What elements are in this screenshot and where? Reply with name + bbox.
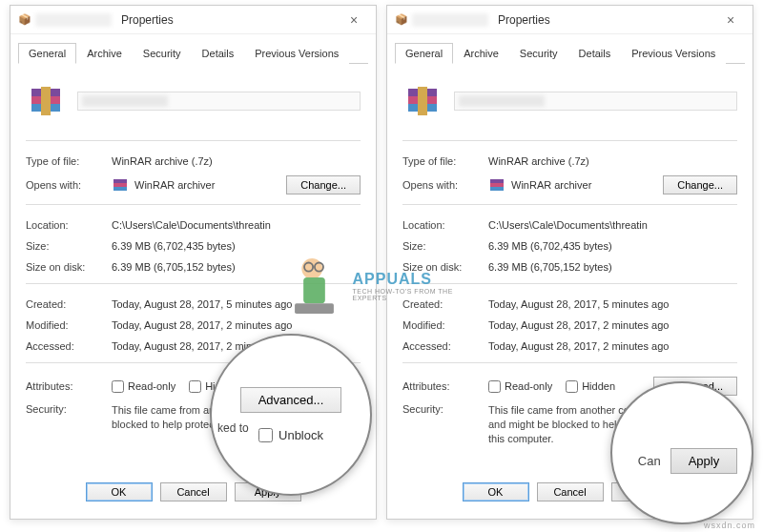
zoom-unblock-checkbox[interactable]: Unblock	[258, 428, 323, 442]
winrar-app-icon	[112, 176, 129, 194]
security-label: Security:	[26, 403, 112, 415]
tab-previous-versions[interactable]: Previous Versions	[621, 43, 726, 64]
size-disk-label: Size on disk:	[402, 261, 488, 273]
svg-rect-6	[113, 187, 127, 191]
svg-rect-12	[490, 183, 504, 187]
location-label: Location:	[402, 219, 488, 231]
opens-label: Opens with:	[402, 179, 488, 191]
tab-security[interactable]: Security	[133, 43, 192, 64]
ok-button[interactable]: OK	[86, 482, 153, 501]
location-value: C:\Users\Cale\Documents\threatin	[112, 219, 361, 231]
modified-value: Today, August 28, 2017, 2 minutes ago	[112, 319, 361, 331]
window-title: Properties	[498, 13, 550, 27]
winrar-small-icon: 📦	[18, 13, 31, 26]
zoom-cancel-partial: Can	[638, 454, 661, 468]
change-button[interactable]: Change...	[663, 175, 737, 194]
accessed-value: Today, August 28, 2017, 2 minutes ago	[488, 340, 737, 352]
readonly-label: Read-only	[128, 380, 175, 392]
tab-general[interactable]: General	[18, 43, 76, 64]
created-value: Today, August 28, 2017, 5 minutes ago	[488, 298, 737, 310]
created-label: Created:	[26, 298, 112, 310]
tab-archive[interactable]: Archive	[453, 43, 509, 64]
tabs-bar: General Archive Security Details Previou…	[18, 42, 368, 64]
tab-details[interactable]: Details	[568, 43, 622, 64]
size-label: Size:	[26, 240, 112, 252]
magnifier-apply: Can Apply	[610, 381, 753, 524]
size-disk-value: 6.39 MB (6,705,152 bytes)	[112, 261, 361, 273]
cancel-button[interactable]: Cancel	[160, 482, 227, 501]
svg-rect-10	[418, 87, 427, 115]
attributes-label: Attributes:	[26, 380, 112, 392]
titlebar: 📦 Properties ×	[387, 6, 753, 34]
tab-details[interactable]: Details	[192, 43, 245, 64]
tabs-bar: General Archive Security Details Previou…	[395, 42, 745, 64]
change-button[interactable]: Change...	[286, 175, 361, 194]
svg-rect-11	[490, 179, 504, 183]
readonly-label: Read-only	[505, 380, 552, 392]
accessed-label: Accessed:	[26, 340, 112, 352]
type-value: WinRAR archive (.7z)	[112, 155, 361, 167]
close-icon[interactable]: ×	[716, 12, 745, 28]
hidden-checkbox[interactable]: Hidden	[566, 380, 615, 393]
readonly-checkbox[interactable]: Read-only	[488, 380, 552, 393]
cancel-button[interactable]: Cancel	[537, 482, 604, 501]
security-label: Security:	[402, 403, 488, 415]
filename-field[interactable]	[454, 92, 737, 111]
zoom-partial-text: ked to	[217, 421, 249, 435]
winrar-app-icon	[488, 176, 505, 194]
hidden-label: Hidden	[582, 380, 615, 392]
ok-button[interactable]: OK	[463, 482, 529, 501]
modified-value: Today, August 28, 2017, 2 minutes ago	[488, 319, 737, 331]
size-value: 6.39 MB (6,702,435 bytes)	[112, 240, 361, 252]
filename-field[interactable]	[77, 92, 361, 111]
close-icon[interactable]: ×	[340, 12, 368, 28]
type-label: Type of file:	[402, 155, 488, 167]
winrar-file-icon	[26, 81, 66, 121]
winrar-small-icon: 📦	[395, 13, 408, 26]
filename-title-blur	[412, 13, 488, 27]
modified-label: Modified:	[402, 319, 488, 331]
svg-rect-5	[113, 183, 127, 187]
winrar-file-icon	[402, 81, 443, 121]
watermark: wsxdn.com	[704, 521, 755, 530]
svg-rect-3	[41, 87, 51, 115]
location-value: C:\Users\Cale\Documents\threatin	[488, 219, 737, 231]
tab-security[interactable]: Security	[509, 43, 568, 64]
opens-label: Opens with:	[26, 179, 112, 191]
magnifier-unblock: Advanced... Unblock ked to	[210, 334, 372, 496]
accessed-label: Accessed:	[402, 340, 488, 352]
size-disk-label: Size on disk:	[26, 261, 112, 273]
zoom-apply-button[interactable]: Apply	[670, 448, 738, 474]
size-label: Size:	[402, 240, 488, 252]
opens-value: WinRAR archiver	[511, 179, 663, 191]
svg-rect-4	[113, 179, 127, 183]
tab-archive[interactable]: Archive	[76, 43, 133, 64]
window-title: Properties	[121, 13, 174, 27]
size-value: 6.39 MB (6,702,435 bytes)	[488, 240, 737, 252]
titlebar: 📦 Properties ×	[10, 6, 376, 34]
type-value: WinRAR archive (.7z)	[488, 155, 737, 167]
svg-rect-13	[490, 187, 504, 191]
opens-value: WinRAR archiver	[134, 179, 286, 191]
attributes-label: Attributes:	[402, 380, 488, 392]
tab-previous-versions[interactable]: Previous Versions	[244, 43, 349, 64]
modified-label: Modified:	[26, 319, 112, 331]
created-label: Created:	[402, 298, 488, 310]
zoom-unblock-label: Unblock	[278, 428, 323, 442]
location-label: Location:	[26, 219, 112, 231]
filename-title-blur	[35, 13, 112, 27]
zoom-advanced-button[interactable]: Advanced...	[240, 387, 342, 413]
tab-general[interactable]: General	[395, 43, 453, 64]
size-disk-value: 6.39 MB (6,705,152 bytes)	[488, 261, 737, 273]
type-label: Type of file:	[26, 155, 112, 167]
readonly-checkbox[interactable]: Read-only	[112, 380, 175, 393]
created-value: Today, August 28, 2017, 5 minutes ago	[112, 298, 361, 310]
